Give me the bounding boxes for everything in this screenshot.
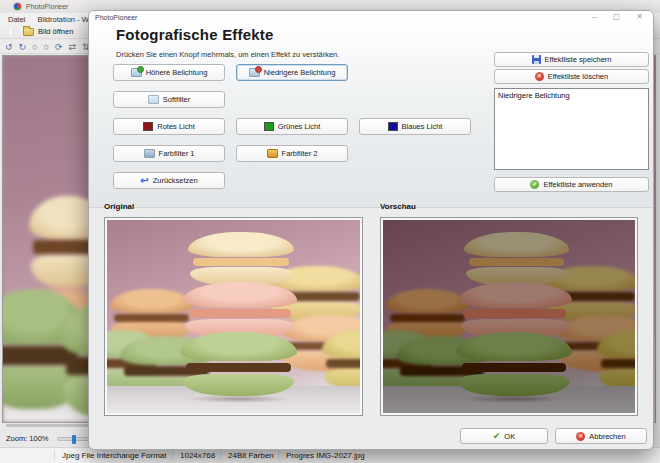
image-minus-icon	[249, 68, 260, 77]
image-plus-icon	[131, 68, 142, 77]
status-separator	[220, 450, 221, 461]
color-filter-1-button[interactable]: Farbfilter 1	[113, 145, 225, 162]
dialog-subtitle: Drücken Sie einen Knopf mehrmals, um ein…	[116, 50, 339, 59]
macaron-cream	[188, 232, 294, 288]
delete-effect-list-label: Effektliste löschen	[548, 72, 608, 81]
red-light-label: Rotes Licht	[157, 122, 195, 131]
app-icon	[14, 3, 21, 10]
blue-swatch-icon	[388, 122, 398, 131]
cancel-label: Abbrechen	[589, 432, 625, 441]
original-label: Original	[104, 202, 134, 211]
effects-dialog: PhotoPioneer – ▢ ✕ Fotografische Effekte…	[88, 10, 654, 450]
rotate-left-icon[interactable]: ↺	[5, 42, 13, 52]
blue-light-button[interactable]: Blaues Licht	[359, 118, 471, 135]
original-image	[104, 217, 363, 416]
lower-exposure-button[interactable]: Niedrigere Belichtung	[236, 64, 348, 81]
color-filter-2-label: Farbfilter 2	[282, 149, 318, 158]
rotate-180-icon[interactable]: ⟳	[55, 42, 63, 52]
status-separator	[172, 450, 173, 461]
original-photo-scene	[107, 220, 360, 413]
status-format: Jpeg File Interchange Format	[62, 451, 167, 460]
macaron-cream	[464, 232, 570, 288]
zoom-label: Zoom: 100%	[6, 434, 49, 443]
soft-image-icon	[148, 95, 159, 104]
delete-circle-icon	[535, 72, 544, 81]
higher-exposure-button[interactable]: Höhere Belichtung	[113, 64, 225, 81]
flip-horizontal-icon[interactable]: ⇄	[69, 42, 77, 52]
dialog-title: PhotoPioneer	[95, 14, 137, 21]
green-swatch-icon	[264, 122, 274, 131]
status-filename: Progres IMG-2027.jpg	[286, 451, 365, 460]
open-image-button[interactable]: Bild öffnen	[23, 27, 73, 36]
apply-circle-icon	[530, 180, 539, 189]
menu-item-datei[interactable]: Datei	[8, 15, 26, 24]
dialog-heading: Fotografische Effekte	[116, 26, 274, 43]
rotate-circle-icon[interactable]: ○	[32, 42, 37, 52]
save-effect-list-button[interactable]: Effektliste speichern	[494, 52, 649, 67]
soft-filter-button[interactable]: Softfilter	[113, 91, 225, 108]
color-filter-2-button[interactable]: Farbfilter 2	[236, 145, 348, 162]
screen: PhotoPioneer Datei Bildrotation - Wenden…	[0, 0, 660, 463]
rotate-circle-2-icon[interactable]: ○	[44, 42, 49, 52]
status-color-depth: 24Bit Farben	[228, 451, 274, 460]
color-filter-1-label: Farbfilter 1	[159, 149, 195, 158]
lower-exposure-label: Niedrigere Belichtung	[264, 68, 336, 77]
toolbar-separator	[10, 27, 11, 36]
minimize-icon[interactable]: –	[592, 12, 596, 22]
blue-light-label: Blaues Licht	[402, 122, 443, 131]
apply-effect-list-label: Effektliste anwenden	[543, 180, 612, 189]
dialog-window-controls: – ▢ ✕	[592, 12, 643, 22]
macaron-green	[456, 332, 572, 398]
main-window-title: PhotoPioneer	[26, 3, 68, 10]
macaron	[322, 330, 360, 392]
red-swatch-icon	[143, 122, 153, 131]
reset-label: Zurücksetzen	[153, 176, 198, 185]
reset-button[interactable]: Zurücksetzen	[113, 172, 225, 189]
floppy-disk-icon	[532, 55, 541, 64]
check-icon: ✔	[493, 432, 501, 441]
rotate-right-icon[interactable]: ↻	[19, 42, 27, 52]
close-icon[interactable]: ✕	[636, 12, 643, 22]
ok-label: OK	[504, 432, 515, 441]
maximize-icon[interactable]: ▢	[613, 12, 621, 22]
zoom-slider-thumb[interactable]	[72, 435, 76, 444]
cancel-circle-icon	[576, 432, 585, 441]
preview-photo-scene	[383, 220, 635, 413]
apply-effect-list-button[interactable]: Effektliste anwenden	[494, 177, 649, 192]
macaron-green	[180, 332, 296, 398]
status-separator	[278, 450, 279, 461]
macaron	[597, 330, 635, 392]
ok-button[interactable]: ✔ OK	[460, 428, 548, 444]
folder-icon	[23, 28, 34, 36]
preview-label: Vorschau	[380, 202, 416, 211]
red-light-button[interactable]: Rotes Licht	[113, 118, 225, 135]
higher-exposure-label: Höhere Belichtung	[146, 68, 208, 77]
cancel-button[interactable]: Abbrechen	[555, 428, 647, 444]
save-effect-list-label: Effektliste speichern	[545, 55, 612, 64]
status-dimensions: 1024x768	[180, 451, 215, 460]
delete-effect-list-button[interactable]: Effektliste löschen	[494, 69, 649, 84]
orange-filter-icon	[267, 149, 278, 158]
green-light-label: Grünes Licht	[278, 122, 321, 131]
undo-arrow-icon	[140, 176, 148, 186]
soft-filter-label: Softfilter	[163, 95, 191, 104]
green-light-button[interactable]: Grünes Licht	[236, 118, 348, 135]
effect-list-item[interactable]: Niedrigere Belichtung	[495, 89, 648, 102]
preview-image	[380, 217, 638, 416]
blue-filter-icon	[144, 149, 155, 158]
status-separator	[54, 450, 55, 461]
open-image-label: Bild öffnen	[38, 27, 73, 36]
effect-list[interactable]: Niedrigere Belichtung	[494, 88, 649, 170]
